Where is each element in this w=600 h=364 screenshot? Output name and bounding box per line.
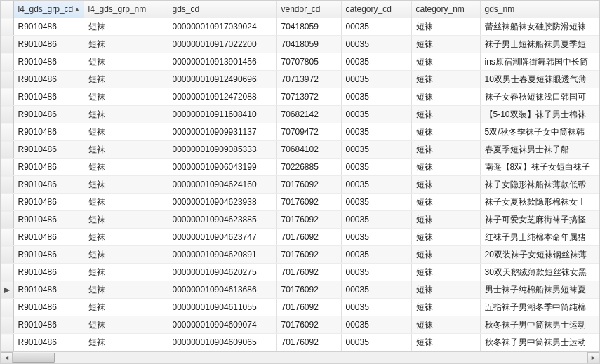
cell-gds-nm[interactable]: 秋冬袜子男中筒袜男士运动 (480, 316, 599, 334)
cell-vendor-cd[interactable]: 70176092 (276, 211, 341, 229)
col-header-gds-cd[interactable]: gds_cd (168, 1, 276, 18)
cell-grp-cd[interactable]: R9010486 (13, 36, 84, 53)
cell-vendor-cd[interactable]: 70226885 (276, 159, 341, 176)
cell-grp-cd[interactable]: R9010486 (13, 106, 84, 123)
cell-category-cd[interactable]: 00035 (341, 211, 411, 229)
cell-gds-nm[interactable]: ins原宿潮牌街舞韩国中长筒 (480, 53, 599, 71)
cell-gds-cd[interactable]: 000000010917039024 (168, 18, 276, 36)
cell-grp-nm[interactable]: 短袜 (84, 36, 168, 53)
cell-gds-nm[interactable]: 红袜子男士纯棉本命年属猪 (480, 229, 599, 246)
cell-grp-nm[interactable]: 短袜 (84, 211, 168, 229)
cell-grp-nm[interactable]: 短袜 (84, 264, 168, 281)
cell-grp-cd[interactable]: R9010486 (13, 299, 84, 316)
col-header-category-nm[interactable]: category_nm (411, 1, 480, 18)
cell-grp-cd[interactable]: R9010486 (13, 316, 84, 334)
cell-grp-cd[interactable]: R9010486 (13, 18, 84, 36)
cell-category-nm[interactable]: 短袜 (411, 71, 480, 88)
cell-gds-nm[interactable]: 袜子女春秋短袜浅口韩国可 (480, 88, 599, 106)
cell-category-nm[interactable]: 短袜 (411, 106, 480, 123)
cell-gds-nm[interactable]: 南遥【8双】袜子女短白袜子 (480, 159, 599, 176)
cell-grp-cd[interactable]: R9010486 (13, 281, 84, 299)
cell-category-cd[interactable]: 00035 (341, 159, 411, 176)
cell-category-nm[interactable]: 短袜 (411, 211, 480, 229)
cell-gds-cd[interactable]: 000000010913901456 (168, 53, 276, 71)
scroll-left-button[interactable]: ◄ (1, 352, 13, 363)
cell-grp-nm[interactable]: 短袜 (84, 123, 168, 141)
cell-gds-cd[interactable]: 000000010912490696 (168, 71, 276, 88)
cell-gds-nm[interactable]: 袜子男士短袜船袜男夏季短 (480, 36, 599, 53)
table-row[interactable]: R9010486短袜000000010904620891701760920003… (1, 246, 599, 264)
cell-gds-nm[interactable]: 男士袜子纯棉船袜男短袜夏 (480, 281, 599, 299)
cell-gds-nm[interactable]: 30双天鹅绒薄款短丝袜女黑 (480, 264, 599, 281)
cell-category-nm[interactable]: 短袜 (411, 176, 480, 194)
table-row[interactable]: R9010486短袜000000010904620275701760920003… (1, 264, 599, 281)
cell-grp-cd[interactable]: R9010486 (13, 53, 84, 71)
cell-gds-cd[interactable]: 000000010911608410 (168, 106, 276, 123)
cell-grp-cd[interactable]: R9010486 (13, 71, 84, 88)
cell-category-nm[interactable]: 短袜 (411, 53, 480, 71)
cell-gds-cd[interactable]: 000000010917022200 (168, 36, 276, 53)
table-row[interactable]: R9010486短袜000000010913901456707078050003… (1, 53, 599, 71)
scrollbar-thumb[interactable] (13, 353, 55, 363)
table-row[interactable]: ▶R9010486短袜00000001090461368670176092000… (1, 281, 599, 299)
cell-category-nm[interactable]: 短袜 (411, 246, 480, 264)
cell-gds-nm[interactable]: 10双男士春夏短袜眼透气薄 (480, 71, 599, 88)
cell-category-nm[interactable]: 短袜 (411, 88, 480, 106)
table-row[interactable]: R9010486短袜000000010917039024704180590003… (1, 18, 599, 36)
table-row[interactable]: R9010486短袜000000010904624160701760920003… (1, 176, 599, 194)
cell-category-cd[interactable]: 00035 (341, 281, 411, 299)
cell-category-nm[interactable]: 短袜 (411, 18, 480, 36)
cell-gds-cd[interactable]: 000000010904623747 (168, 229, 276, 246)
table-row[interactable]: R9010486短袜000000010912490696707139720003… (1, 71, 599, 88)
cell-category-cd[interactable]: 00035 (341, 141, 411, 159)
cell-gds-nm[interactable]: 20双装袜子女短袜钢丝袜薄 (480, 246, 599, 264)
cell-gds-nm[interactable]: 五指袜子男潮冬季中筒纯棉 (480, 299, 599, 316)
cell-grp-cd[interactable]: R9010486 (13, 264, 84, 281)
cell-vendor-cd[interactable]: 70176092 (276, 316, 341, 334)
cell-vendor-cd[interactable]: 70176092 (276, 299, 341, 316)
cell-vendor-cd[interactable]: 70176092 (276, 229, 341, 246)
cell-grp-nm[interactable]: 短袜 (84, 229, 168, 246)
table-row[interactable]: R9010486短袜000000010904623747701760920003… (1, 229, 599, 246)
cell-grp-nm[interactable]: 短袜 (84, 18, 168, 36)
cell-grp-nm[interactable]: 短袜 (84, 88, 168, 106)
col-header-gds-nm[interactable]: gds_nm (480, 1, 599, 18)
cell-category-cd[interactable]: 00035 (341, 299, 411, 316)
cell-vendor-cd[interactable]: 70176092 (276, 194, 341, 211)
cell-vendor-cd[interactable]: 70682142 (276, 106, 341, 123)
cell-category-nm[interactable]: 短袜 (411, 229, 480, 246)
cell-category-nm[interactable]: 短袜 (411, 334, 480, 351)
cell-category-cd[interactable]: 00035 (341, 53, 411, 71)
cell-gds-nm[interactable]: 袜子女隐形袜船袜薄款低帮 (480, 176, 599, 194)
cell-grp-nm[interactable]: 短袜 (84, 246, 168, 264)
cell-grp-nm[interactable]: 短袜 (84, 316, 168, 334)
cell-gds-cd[interactable]: 000000010904620275 (168, 264, 276, 281)
cell-gds-cd[interactable]: 000000010904623938 (168, 194, 276, 211)
cell-gds-nm[interactable]: 5双/秋冬季袜子女中筒袜韩 (480, 123, 599, 141)
table-row[interactable]: R9010486短袜000000010917022200704180590003… (1, 36, 599, 53)
cell-gds-nm[interactable]: 蕾丝袜船袜女硅胶防滑短袜 (480, 18, 599, 36)
cell-gds-nm[interactable]: 【5-10双装】袜子男士棉袜 (480, 106, 599, 123)
cell-category-cd[interactable]: 00035 (341, 71, 411, 88)
cell-category-cd[interactable]: 00035 (341, 264, 411, 281)
table-row[interactable]: R9010486短袜000000010912472088707139720003… (1, 88, 599, 106)
cell-category-cd[interactable]: 00035 (341, 176, 411, 194)
cell-grp-nm[interactable]: 短袜 (84, 106, 168, 123)
cell-vendor-cd[interactable]: 70418059 (276, 36, 341, 53)
cell-grp-cd[interactable]: R9010486 (13, 246, 84, 264)
col-header-grp-nm[interactable]: l4_gds_grp_nm (84, 1, 168, 18)
cell-grp-nm[interactable]: 短袜 (84, 71, 168, 88)
table-row[interactable]: R9010486短袜000000010911608410706821420003… (1, 106, 599, 123)
cell-vendor-cd[interactable]: 70176092 (276, 176, 341, 194)
cell-grp-cd[interactable]: R9010486 (13, 88, 84, 106)
cell-category-cd[interactable]: 00035 (341, 194, 411, 211)
cell-grp-cd[interactable]: R9010486 (13, 211, 84, 229)
table-row[interactable]: R9010486短袜000000010904611055701760920003… (1, 299, 599, 316)
cell-grp-nm[interactable]: 短袜 (84, 281, 168, 299)
cell-gds-cd[interactable]: 000000010904624160 (168, 176, 276, 194)
cell-category-nm[interactable]: 短袜 (411, 281, 480, 299)
cell-category-cd[interactable]: 00035 (341, 36, 411, 53)
cell-vendor-cd[interactable]: 70684102 (276, 141, 341, 159)
cell-gds-cd[interactable]: 000000010909085333 (168, 141, 276, 159)
cell-grp-cd[interactable]: R9010486 (13, 176, 84, 194)
